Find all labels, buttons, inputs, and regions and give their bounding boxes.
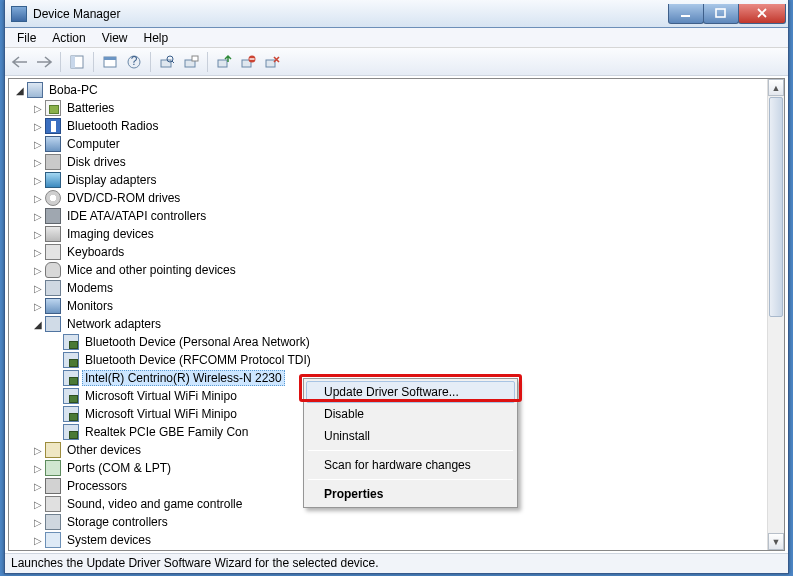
vertical-scrollbar[interactable]: ▲ ▼: [767, 79, 784, 550]
scan-hardware-toolbar-button[interactable]: [156, 51, 178, 73]
menu-file[interactable]: File: [9, 29, 44, 47]
device-icon: [45, 280, 61, 296]
tree-category[interactable]: ▷Batteries: [9, 99, 784, 117]
tree-category[interactable]: ▷Computer: [9, 135, 784, 153]
tree-category[interactable]: ▷Modems: [9, 279, 784, 297]
device-icon: [45, 262, 61, 278]
tree-node-label: Computer: [64, 136, 123, 152]
tree-category[interactable]: ▷IDE ATA/ATAPI controllers: [9, 207, 784, 225]
tree-device[interactable]: ▷Bluetooth Device (Personal Area Network…: [9, 333, 784, 351]
device-icon: [45, 172, 61, 188]
add-legacy-hardware-button[interactable]: [180, 51, 202, 73]
expand-icon[interactable]: ▷: [31, 481, 45, 492]
tree-node-label: Display adapters: [64, 172, 159, 188]
tree-category[interactable]: ▷Imaging devices: [9, 225, 784, 243]
device-icon: [63, 388, 79, 404]
svg-rect-12: [218, 60, 227, 67]
update-driver-toolbar-button[interactable]: [213, 51, 235, 73]
tree-node-label: Disk drives: [64, 154, 129, 170]
expand-icon[interactable]: ▷: [31, 211, 45, 222]
expand-icon[interactable]: ▷: [31, 463, 45, 474]
tree-category[interactable]: ▷DVD/CD-ROM drives: [9, 189, 784, 207]
context-menu-separator: [308, 479, 513, 480]
minimize-button[interactable]: [668, 4, 704, 24]
context-menu-item[interactable]: Properties: [306, 483, 515, 505]
expand-icon[interactable]: ▷: [31, 247, 45, 258]
expand-icon[interactable]: ▷: [31, 265, 45, 276]
titlebar[interactable]: Device Manager: [5, 0, 788, 28]
expand-icon[interactable]: ▷: [31, 139, 45, 150]
tree-category[interactable]: ▷Display adapters: [9, 171, 784, 189]
device-icon: [45, 244, 61, 260]
collapse-icon[interactable]: ◢: [31, 319, 45, 330]
expand-icon[interactable]: ▷: [31, 499, 45, 510]
expand-icon[interactable]: ▷: [31, 535, 45, 546]
tree-node-label: Bluetooth Device (Personal Area Network): [82, 334, 313, 350]
tree-node-label: Mice and other pointing devices: [64, 262, 239, 278]
context-menu-item[interactable]: Uninstall: [306, 425, 515, 447]
svg-rect-3: [71, 56, 75, 68]
expand-icon[interactable]: ▷: [31, 445, 45, 456]
uninstall-toolbar-button[interactable]: [261, 51, 283, 73]
tree-category[interactable]: ▷Storage controllers: [9, 513, 784, 531]
tree-node-label: IDE ATA/ATAPI controllers: [64, 208, 209, 224]
statusbar-text: Launches the Update Driver Software Wiza…: [11, 556, 379, 570]
device-icon: [45, 154, 61, 170]
svg-rect-15: [250, 58, 255, 59]
help-toolbar-button[interactable]: ?: [123, 51, 145, 73]
context-menu-item[interactable]: Update Driver Software...: [306, 381, 515, 403]
svg-rect-1: [716, 9, 725, 17]
device-manager-window: Device Manager File Action View Help: [4, 0, 789, 574]
tree-category[interactable]: ▷Disk drives: [9, 153, 784, 171]
scroll-thumb[interactable]: [769, 97, 783, 317]
close-button[interactable]: [738, 4, 786, 24]
tree-category[interactable]: ▷Mice and other pointing devices: [9, 261, 784, 279]
tree-node-label: Keyboards: [64, 244, 127, 260]
properties-toolbar-button[interactable]: [99, 51, 121, 73]
context-menu-item[interactable]: Disable: [306, 403, 515, 425]
tree-node-label: Intel(R) Centrino(R) Wireless-N 2230: [82, 370, 285, 386]
collapse-icon[interactable]: ◢: [13, 85, 27, 96]
disable-toolbar-button[interactable]: [237, 51, 259, 73]
show-hide-tree-button[interactable]: [66, 51, 88, 73]
scroll-up-button[interactable]: ▲: [768, 79, 784, 96]
tree-category[interactable]: ◢Network adapters: [9, 315, 784, 333]
tree-root[interactable]: ◢Boba-PC: [9, 81, 784, 99]
maximize-button[interactable]: [703, 4, 739, 24]
tree-category[interactable]: ▷Bluetooth Radios: [9, 117, 784, 135]
device-icon: [45, 190, 61, 206]
expand-icon[interactable]: ▷: [31, 103, 45, 114]
tree-category[interactable]: ▷Keyboards: [9, 243, 784, 261]
expand-icon[interactable]: ▷: [31, 301, 45, 312]
expand-icon[interactable]: ▷: [31, 517, 45, 528]
device-icon: [45, 478, 61, 494]
tree-node-label: Batteries: [64, 100, 117, 116]
expand-icon[interactable]: ▷: [31, 283, 45, 294]
statusbar: Launches the Update Driver Software Wiza…: [5, 553, 788, 573]
device-icon: [27, 82, 43, 98]
svg-rect-5: [104, 57, 116, 60]
device-icon: [63, 406, 79, 422]
menu-view[interactable]: View: [94, 29, 136, 47]
tree-node-label: Modems: [64, 280, 116, 296]
expand-icon[interactable]: ▷: [31, 229, 45, 240]
tree-category[interactable]: ▷System devices: [9, 531, 784, 549]
tree-category[interactable]: ▷Monitors: [9, 297, 784, 315]
expand-icon[interactable]: ▷: [31, 193, 45, 204]
tree-node-label: DVD/CD-ROM drives: [64, 190, 183, 206]
menu-help[interactable]: Help: [136, 29, 177, 47]
tree-node-label: Bluetooth Radios: [64, 118, 161, 134]
context-menu: Update Driver Software...DisableUninstal…: [303, 378, 518, 508]
expand-icon[interactable]: ▷: [31, 157, 45, 168]
menu-action[interactable]: Action: [44, 29, 93, 47]
tree-device[interactable]: ▷Bluetooth Device (RFCOMM Protocol TDI): [9, 351, 784, 369]
device-icon: [45, 442, 61, 458]
context-menu-item[interactable]: Scan for hardware changes: [306, 454, 515, 476]
expand-icon[interactable]: ▷: [31, 121, 45, 132]
forward-button[interactable]: [33, 51, 55, 73]
scroll-down-button[interactable]: ▼: [768, 533, 784, 550]
device-icon: [63, 352, 79, 368]
device-icon: [63, 370, 79, 386]
back-button[interactable]: [9, 51, 31, 73]
expand-icon[interactable]: ▷: [31, 175, 45, 186]
